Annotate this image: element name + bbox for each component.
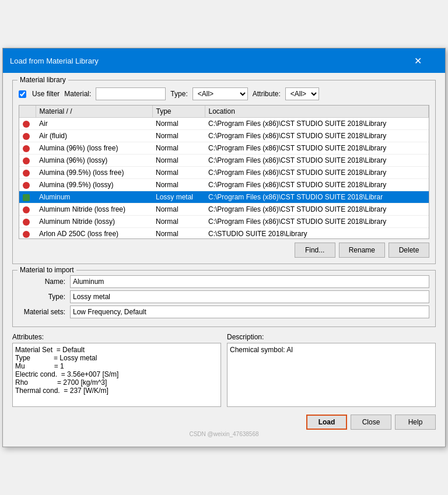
type-row: Type: — [19, 290, 429, 303]
table-row[interactable]: AirNormalC:\Program Files (x86)\CST STUD… — [19, 118, 429, 130]
red-material-icon — [23, 145, 30, 152]
row-material-cell: Air — [36, 118, 152, 130]
material-import-group: Material to import Name: Type: Material … — [12, 270, 436, 327]
row-location-cell: C:\Program Files (x86)\CST STUDIO SUITE … — [205, 130, 429, 142]
row-location-cell: C:\Program Files (x86)\CST STUDIO SUITE … — [205, 179, 429, 191]
rename-button[interactable]: Rename — [339, 243, 385, 258]
table-button-row: Find... Rename Delete — [19, 243, 429, 258]
row-type-cell: Lossy metal — [152, 191, 205, 203]
attributes-textarea[interactable]: Material Set = Default Type = Lossy meta… — [12, 343, 221, 407]
row-icon-cell — [19, 155, 36, 167]
material-import-title: Material to import — [18, 266, 76, 274]
description-label: Description: — [227, 333, 436, 341]
row-material-cell: Aluminum — [36, 191, 152, 203]
table-row[interactable]: Aluminum Nitride (loss free)NormalC:\Pro… — [19, 203, 429, 216]
row-type-cell: Normal — [152, 142, 205, 155]
table-row[interactable]: Alumina (96%) (loss free)NormalC:\Progra… — [19, 142, 429, 155]
row-icon-cell — [19, 142, 36, 155]
name-input[interactable] — [70, 275, 429, 288]
row-type-cell: Normal — [152, 216, 205, 228]
bottom-section: Attributes: Material Set = Default Type … — [12, 333, 436, 409]
dialog-body: Material library Use filter Material: Ty… — [3, 73, 445, 447]
row-icon-cell — [19, 179, 36, 191]
table-row[interactable]: Arlon AD 250C (loss free)NormalC:\STUDIO… — [19, 228, 429, 240]
row-material-cell: Arlon AD 250C (loss free) — [36, 228, 152, 240]
attribute-filter-label: Attribute: — [253, 90, 281, 98]
dialog-title: Load from Material Library — [10, 57, 99, 65]
material-table: Material / Type Location AirNormalC:\Pro… — [19, 106, 429, 239]
red-material-icon — [23, 182, 30, 189]
row-location-cell: C:\Program Files (x86)\CST STUDIO SUITE … — [205, 118, 429, 130]
delete-button[interactable]: Delete — [388, 243, 429, 258]
col-icon-header — [19, 106, 36, 118]
row-location-cell: C:\Program Files (x86)\CST STUDIO SUITE … — [205, 191, 429, 203]
material-library-group: Material library Use filter Material: Ty… — [12, 80, 436, 264]
row-icon-cell — [19, 118, 36, 130]
red-material-icon — [23, 133, 30, 140]
action-row: Load Close Help — [12, 415, 436, 430]
row-icon-cell — [19, 228, 36, 240]
row-type-cell: Normal — [152, 167, 205, 179]
type-filter-label: Type: — [170, 90, 187, 98]
name-row: Name: — [19, 275, 429, 288]
row-location-cell: C:\STUDIO SUITE 2018\Library — [205, 228, 429, 240]
table-row[interactable]: Alumina (99.5%) (loss free)NormalC:\Prog… — [19, 167, 429, 179]
col-location-header[interactable]: Location — [205, 106, 429, 118]
close-icon[interactable]: ✕ — [397, 53, 438, 68]
material-filter-label: Material: — [64, 90, 91, 98]
type-filter-select[interactable]: <All> Normal Lossy metal PEC — [192, 87, 248, 100]
filter-row: Use filter Material: Type: <All> Normal … — [19, 85, 429, 100]
red-material-icon — [23, 219, 30, 226]
row-type-cell: Normal — [152, 203, 205, 216]
material-sets-input[interactable] — [70, 306, 429, 318]
use-filter-checkbox[interactable] — [19, 90, 26, 98]
col-material-header[interactable]: Material / — [36, 106, 152, 118]
table-row[interactable]: AluminumLossy metalC:\Program Files (x86… — [19, 191, 429, 203]
col-type-header[interactable]: Type — [152, 106, 205, 118]
row-location-cell: C:\Program Files (x86)\CST STUDIO SUITE … — [205, 155, 429, 167]
red-material-icon — [23, 121, 30, 128]
row-icon-cell — [19, 216, 36, 228]
row-type-cell: Normal — [152, 118, 205, 130]
material-sets-label: Material sets: — [19, 308, 65, 316]
help-button[interactable]: Help — [395, 415, 436, 430]
attributes-label: Attributes: — [12, 333, 221, 341]
row-location-cell: C:\Program Files (x86)\CST STUDIO SUITE … — [205, 167, 429, 179]
load-button[interactable]: Load — [306, 415, 347, 430]
use-filter-label: Use filter — [32, 90, 60, 98]
row-material-cell: Air (fluid) — [36, 130, 152, 142]
name-label: Name: — [19, 278, 65, 286]
row-icon-cell — [19, 203, 36, 216]
material-library-title: Material library — [18, 76, 68, 84]
close-button[interactable]: Close — [351, 415, 391, 430]
row-type-cell: Normal — [152, 179, 205, 191]
row-material-cell: Aluminum Nitride (lossy) — [36, 216, 152, 228]
red-material-icon — [23, 231, 30, 238]
red-material-icon — [23, 157, 30, 164]
row-location-cell: C:\Program Files (x86)\CST STUDIO SUITE … — [205, 216, 429, 228]
find-button[interactable]: Find... — [295, 243, 335, 258]
row-icon-cell — [19, 167, 36, 179]
table-row[interactable]: Air (fluid)NormalC:\Program Files (x86)\… — [19, 130, 429, 142]
material-filter-input[interactable] — [96, 87, 166, 100]
row-location-cell: C:\Program Files (x86)\CST STUDIO SUITE … — [205, 142, 429, 155]
red-material-icon — [23, 206, 30, 213]
description-textarea[interactable]: Chemical symbol: Al — [227, 343, 436, 407]
row-material-cell: Alumina (99.5%) (loss free) — [36, 167, 152, 179]
attributes-box: Attributes: Material Set = Default Type … — [12, 333, 221, 409]
table-row[interactable]: Alumina (96%) (lossy)NormalC:\Program Fi… — [19, 155, 429, 167]
material-sets-row: Material sets: — [19, 306, 429, 318]
row-type-cell: Normal — [152, 155, 205, 167]
type-label: Type: — [19, 293, 65, 301]
load-material-dialog: Load from Material Library ✕ Material li… — [2, 48, 446, 447]
table-row[interactable]: Alumina (99.5%) (lossy)NormalC:\Program … — [19, 179, 429, 191]
type-input[interactable] — [70, 290, 429, 303]
row-icon-cell — [19, 191, 36, 203]
row-material-cell: Alumina (96%) (loss free) — [36, 142, 152, 155]
table-row[interactable]: Aluminum Nitride (lossy)NormalC:\Program… — [19, 216, 429, 228]
row-type-cell: Normal — [152, 130, 205, 142]
description-box: Description: Chemical symbol: Al — [227, 333, 436, 409]
watermark: CSDN @weixin_47638568 — [12, 430, 436, 440]
attribute-filter-select[interactable]: <All> — [285, 87, 319, 100]
green-material-icon — [23, 194, 30, 201]
